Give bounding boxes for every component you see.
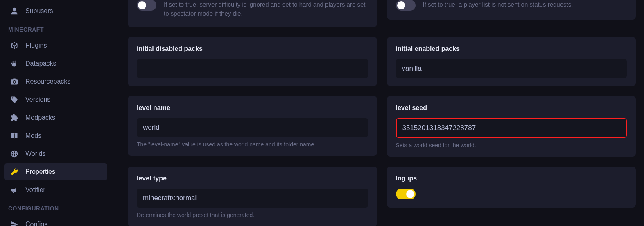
card-level-seed: level seed Sets a world seed for the wor…: [387, 96, 636, 157]
toggle-log-ips[interactable]: [396, 189, 416, 199]
cube-icon: [10, 41, 19, 50]
field-label: level name: [137, 104, 368, 112]
hand-icon: [10, 59, 19, 68]
section-header-configuration: CONFIGURATION: [2, 199, 109, 215]
field-label: level seed: [396, 104, 627, 112]
field-label: initial enabled packs: [396, 45, 627, 53]
level-seed-input[interactable]: [396, 118, 627, 138]
sidebar-item-plugins[interactable]: Plugins: [4, 37, 107, 54]
sidebar-item-label: Versions: [25, 96, 50, 103]
sidebar-item-worlds[interactable]: Worlds: [4, 145, 107, 162]
help-text: The "level-name" value is used as the wo…: [137, 141, 368, 148]
toggle-hide-players[interactable]: [396, 0, 416, 11]
field-label: log ips: [396, 175, 627, 182]
send-icon: [10, 220, 19, 226]
user-icon: [10, 7, 19, 16]
help-text: If set to true, server difficulty is ign…: [164, 0, 368, 18]
sidebar-item-resourcepacks[interactable]: Resourcepacks: [4, 73, 107, 90]
field-label: level type: [137, 175, 368, 182]
initial-disabled-packs-input[interactable]: [137, 59, 368, 78]
initial-enabled-packs-input[interactable]: [396, 59, 627, 78]
sidebar-item-label: Plugins: [25, 42, 47, 49]
card-initial-enabled-packs: initial enabled packs: [387, 37, 636, 86]
megaphone-icon: [10, 185, 19, 194]
level-type-input[interactable]: [137, 189, 368, 208]
globe-icon: [10, 149, 19, 158]
card-level-name: level name The "level-name" value is use…: [128, 96, 377, 156]
sidebar-item-modpacks[interactable]: Modpacks: [4, 109, 107, 126]
toggle-hardcore[interactable]: [137, 0, 156, 11]
sidebar-item-properties[interactable]: Properties: [4, 163, 107, 180]
level-name-input[interactable]: [137, 118, 368, 137]
sidebar-item-label: Datapacks: [25, 60, 56, 67]
help-text: If set to true, a player list is not sen…: [423, 0, 573, 9]
sidebar-item-votifier[interactable]: Votifier: [4, 181, 107, 199]
sidebar-item-configs[interactable]: Configs: [4, 216, 107, 226]
card-initial-disabled-packs: initial disabled packs: [128, 37, 377, 86]
wrench-icon: [10, 167, 19, 176]
sidebar-item-label: Configs: [25, 221, 47, 226]
sidebar-item-label: Mods: [25, 132, 41, 139]
card-hardcore-partial: If set to true, server difficulty is ign…: [128, 0, 377, 27]
book-icon: [10, 131, 19, 140]
sidebar-item-label: Properties: [25, 168, 55, 176]
tag-icon: [10, 95, 19, 104]
field-label: initial disabled packs: [137, 45, 368, 53]
card-level-type: level type Determines the world preset t…: [128, 167, 377, 226]
sidebar-item-datapacks[interactable]: Datapacks: [4, 55, 107, 72]
sidebar-item-label: Worlds: [25, 150, 46, 158]
card-hide-players-partial: If set to true, a player list is not sen…: [387, 0, 636, 20]
sidebar-item-label: Modpacks: [25, 114, 55, 121]
puzzle-icon: [10, 113, 19, 122]
camera-icon: [10, 77, 19, 86]
sidebar-item-mods[interactable]: Mods: [4, 127, 107, 144]
help-text: Determines the world preset that is gene…: [137, 212, 368, 218]
sidebar-item-subusers[interactable]: Subusers: [4, 2, 107, 20]
main-panel: If set to true, server difficulty is ign…: [111, 0, 644, 226]
section-header-minecraft: MINECRAFT: [2, 21, 109, 36]
help-text: Sets a world seed for the world.: [396, 142, 627, 148]
sidebar-item-label: Votifier: [25, 186, 45, 194]
sidebar-item-label: Subusers: [25, 7, 53, 15]
sidebar-item-versions[interactable]: Versions: [4, 91, 107, 108]
card-log-ips: log ips: [387, 167, 636, 208]
sidebar: Subusers MINECRAFT Plugins Datapacks Res…: [0, 0, 111, 226]
sidebar-item-label: Resourcepacks: [25, 78, 70, 85]
